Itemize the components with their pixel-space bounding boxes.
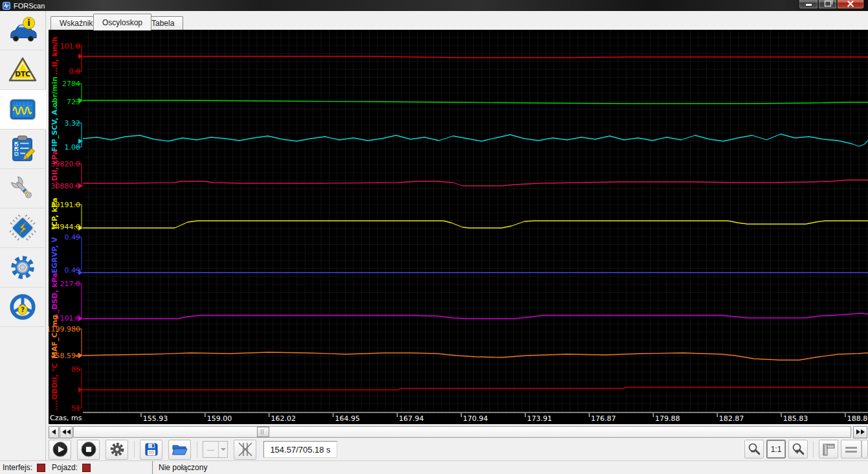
interface-status-indicator [37, 464, 45, 472]
zoom-in-button[interactable] [788, 440, 808, 458]
save-button[interactable] [140, 440, 162, 460]
channel-value-pointer [78, 387, 83, 392]
channel-range-bracket [74, 237, 82, 270]
car-info-icon: i [8, 16, 38, 45]
restore-button[interactable] [818, 0, 837, 9]
x-tick-label: 164.95 [335, 414, 360, 423]
channel-value-pointer [78, 183, 83, 188]
open-folder-icon [172, 442, 188, 457]
channel-value-pointer [78, 98, 83, 103]
sidebar-item-configuration[interactable] [0, 209, 45, 248]
tab-strip: Wskaźniki Oscyloskop Tabela [45, 13, 868, 30]
oscilloscope-toolbar: --- 154.57/705.18 s 1:1 [49, 439, 868, 460]
measure-button[interactable] [819, 440, 838, 458]
interface-label: Interfejs: [3, 463, 32, 472]
channel-name-label: ..._DSD, kPa [50, 273, 59, 321]
steering-help-icon: ? [8, 292, 38, 322]
x-tick-label: 159.00 [207, 414, 232, 423]
vehicle-status-indicator [82, 464, 91, 472]
connection-panel: Interfejs: Pojazd: [0, 461, 153, 474]
scrollbar-thumb[interactable] [257, 427, 269, 437]
x-tick-label: 170.94 [463, 414, 488, 423]
scroll-fast-right-button[interactable] [853, 426, 867, 438]
scroll-fast-left-button[interactable] [60, 426, 72, 438]
close-button[interactable] [837, 0, 864, 9]
channel-name-label: ....OBDII, °C [50, 363, 59, 411]
oscilloscope-icon [8, 95, 38, 124]
chevron-down-icon [218, 442, 227, 457]
zoom-ratio-button[interactable]: 1:1 [766, 440, 786, 458]
svg-text:DTC: DTC [15, 70, 30, 78]
scrollbar-track[interactable] [73, 426, 851, 438]
double-left-arrow-icon [62, 429, 71, 435]
x-tick-label: 182.87 [719, 414, 744, 423]
oscilloscope-panel: 155.93159.00162.02164.95167.94170.94173.… [49, 30, 868, 424]
stop-icon [81, 442, 96, 457]
sidebar-item-help[interactable]: ? [0, 288, 45, 327]
sidebar-item-settings[interactable] [0, 248, 45, 288]
channel-value-pointer [78, 270, 83, 275]
clipped-edge-button[interactable] [862, 440, 868, 458]
x-tick-label: 162.02 [271, 414, 296, 423]
channel-value-pointer [78, 54, 83, 59]
sidebar-item-vehicle-info[interactable]: i [0, 11, 45, 51]
toolbar-separator [197, 441, 197, 458]
channel-value-pointer [78, 139, 83, 144]
gear-icon [109, 442, 125, 457]
channel-name-label: FIP_SCV, A... [50, 101, 59, 152]
tab-oscyloskop[interactable]: Oscyloskop [93, 14, 151, 30]
sidebar-item-dtc[interactable]: DTC [0, 51, 45, 90]
channel-value-pointer [78, 353, 83, 358]
x-tick-label: 188.86 [847, 414, 868, 423]
wrench-icon [8, 174, 38, 203]
chip-icon [8, 213, 38, 243]
zoom-out-button[interactable] [744, 440, 764, 458]
x-tick-label: 167.94 [399, 414, 424, 423]
toolbar-separator [134, 441, 135, 458]
save-floppy-icon [144, 442, 159, 457]
marker-select-dropdown[interactable]: --- [203, 441, 228, 458]
connection-status-text: Nie połączony [153, 463, 207, 472]
lines-icon [845, 443, 858, 456]
x-tick-label: 185.83 [783, 414, 808, 423]
sidebar-item-service[interactable] [0, 169, 45, 209]
sidebar-item-tests[interactable] [0, 130, 45, 169]
left-arrow-icon [52, 429, 56, 435]
forscan-logo-icon [3, 2, 10, 10]
sidebar: i DTC [0, 11, 46, 461]
channel-layout-button[interactable] [841, 440, 862, 458]
title-bar[interactable]: FORScan [0, 0, 868, 11]
status-bar: Interfejs: Pojazd: Nie połączony [0, 460, 868, 474]
open-button[interactable] [168, 440, 191, 460]
play-icon [52, 442, 68, 457]
crossed-tool-icon [238, 442, 253, 457]
window-title: FORScan [14, 2, 45, 10]
clipboard-tests-icon [8, 134, 38, 164]
scroll-left-button[interactable] [49, 426, 59, 438]
x-tick-label: 173.91 [527, 414, 552, 423]
timeline-scrollbar [49, 426, 868, 438]
stop-button[interactable] [77, 440, 100, 460]
channel-value-pointer [78, 316, 83, 321]
sidebar-item-oscilloscope[interactable] [0, 90, 46, 130]
x-tick-label: 155.93 [143, 414, 168, 423]
x-tick-label: 176.87 [591, 414, 616, 423]
toolbar-separator [813, 441, 814, 458]
marker-cut-button[interactable] [234, 440, 256, 460]
minimize-button[interactable] [799, 0, 818, 9]
magnifier-plus-icon [791, 442, 805, 457]
record-settings-button[interactable] [106, 440, 128, 460]
time-position-display: 154.57/705.18 s [263, 441, 337, 458]
svg-text:?: ? [20, 306, 24, 313]
channel-name-label: ...II, km/h [50, 37, 59, 75]
dtc-triangle-icon: DTC [8, 55, 38, 85]
ruler-icon [821, 442, 836, 457]
x-tick-label: 179.88 [655, 414, 680, 423]
svg-text:i: i [27, 18, 30, 28]
oscilloscope-plot[interactable]: 155.93159.00162.02164.95167.94170.94173.… [49, 30, 868, 424]
channel-value-pointer [78, 225, 83, 231]
play-button[interactable] [49, 440, 71, 460]
gear-blue-icon [8, 253, 38, 282]
magnifier-minus-icon [747, 442, 761, 457]
vehicle-label: Pojazd: [52, 463, 78, 472]
